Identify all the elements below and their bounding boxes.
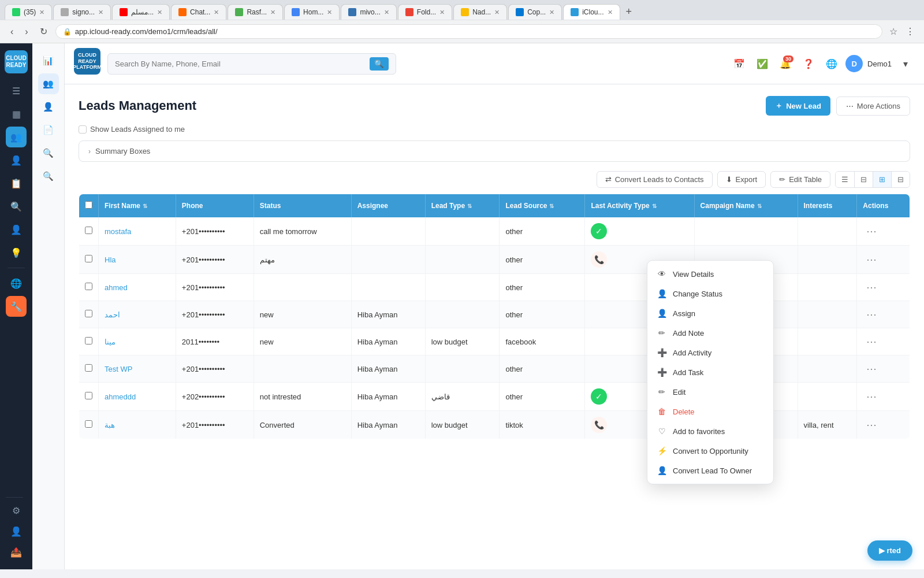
tab-mivo[interactable]: mivo... ✕ (341, 4, 396, 20)
show-assigned-checkbox[interactable] (79, 125, 87, 134)
tab-nada[interactable]: Nad... ✕ (453, 4, 507, 20)
tab-signo[interactable]: signo... ✕ (53, 4, 111, 20)
lead-name-link[interactable]: ahmed (105, 283, 128, 292)
forward-button[interactable]: › (21, 24, 31, 39)
sidebar-item-logout[interactable]: 📤 (6, 542, 27, 562)
language-icon[interactable]: 🌐 (822, 54, 841, 73)
tab-close-icon[interactable]: ✕ (384, 9, 389, 16)
row-actions-button[interactable]: ⋯ (863, 307, 880, 322)
th-lead-source[interactable]: Lead Source ⇅ (500, 194, 585, 218)
th-interests[interactable]: Interests (798, 194, 857, 218)
filter-view-button[interactable]: ⊟ (855, 172, 873, 187)
tab-close-icon[interactable]: ✕ (157, 9, 162, 16)
row-checkbox[interactable] (85, 283, 92, 290)
th-assignee[interactable]: Assignee (351, 194, 425, 218)
th-last-activity-type[interactable]: Last Activity Type ⇅ (585, 194, 694, 218)
lead-name-link[interactable]: Test WP (105, 365, 132, 373)
th-lead-type[interactable]: Lead Type ⇅ (425, 194, 500, 218)
tab-whatsapp[interactable]: (35) ✕ (5, 4, 52, 20)
select-all-checkbox[interactable] (85, 201, 92, 209)
th-phone[interactable]: Phone (176, 194, 254, 218)
row-checkbox[interactable] (85, 364, 92, 372)
new-tab-button[interactable]: + (621, 3, 637, 20)
ctx-assign[interactable]: 👤 Assign (647, 303, 773, 323)
show-assigned-label[interactable]: Show Leads Assigned to me (79, 125, 185, 134)
grid-view-button[interactable]: ⊞ (873, 172, 892, 187)
user-name[interactable]: Demo1 (867, 60, 892, 68)
lead-name-link[interactable]: احمد (105, 310, 120, 319)
sidebar-item-tasks[interactable]: 📋 (6, 173, 27, 194)
lead-name-link[interactable]: مينا (105, 338, 116, 346)
convert-leads-button[interactable]: ⇄ Convert Leads to Contacts (597, 171, 713, 188)
row-checkbox[interactable] (85, 227, 92, 234)
url-bar[interactable]: 🔒 app.icloud-ready.com/demo1/crm/leads/a… (55, 24, 882, 39)
tab-close-icon[interactable]: ✕ (327, 9, 332, 16)
sidebar-item-user[interactable]: 👤 (6, 521, 27, 542)
tab-close-icon[interactable]: ✕ (608, 9, 613, 16)
sec-icon-person[interactable]: 👤 (38, 97, 59, 117)
sidebar-item-lightbulb[interactable]: 💡 (6, 242, 27, 263)
ctx-add-note[interactable]: ✏ Add Note (647, 323, 773, 343)
lead-name-link[interactable]: ahmeddd (105, 392, 136, 401)
ctx-convert-opportunity[interactable]: ⚡ Convert to Opportunity (647, 441, 773, 461)
tab-close-icon[interactable]: ✕ (494, 9, 500, 16)
tab-home[interactable]: Hom... ✕ (284, 4, 340, 20)
tab-chat[interactable]: Chat... ✕ (171, 4, 226, 20)
th-first-name[interactable]: First Name ⇅ (99, 194, 176, 218)
summary-boxes-bar[interactable]: › Summary Boxes (79, 140, 910, 162)
tab-close-icon[interactable]: ✕ (439, 9, 445, 16)
th-campaign-name[interactable]: Campaign Name ⇅ (694, 194, 798, 218)
sidebar-item-leads[interactable]: 👤 (6, 150, 27, 171)
tab-folder[interactable]: Fold... ✕ (398, 4, 452, 20)
row-checkbox[interactable] (85, 420, 92, 428)
row-actions-button[interactable]: ⋯ (863, 224, 880, 239)
sidebar-item-settings[interactable]: ⚙ (6, 500, 27, 521)
row-checkbox[interactable] (85, 310, 92, 317)
row-actions-button[interactable]: ⋯ (863, 361, 880, 376)
tab-close-icon[interactable]: ✕ (549, 9, 554, 16)
search-input[interactable] (115, 60, 365, 68)
bookmark-icon[interactable]: ☆ (887, 24, 900, 39)
ctx-delete[interactable]: 🗑 Delete (647, 402, 773, 421)
th-status[interactable]: Status (254, 194, 351, 218)
sidebar-item-profile[interactable]: 👤 (6, 219, 27, 240)
checklist-icon[interactable]: ✅ (753, 54, 772, 73)
back-button[interactable]: ‹ (7, 24, 17, 39)
user-avatar[interactable]: D (845, 55, 863, 72)
sec-icon-contacts[interactable]: 👥 (38, 73, 59, 94)
row-checkbox[interactable] (85, 392, 92, 399)
calendar-icon[interactable]: 📅 (730, 54, 748, 73)
sec-icon-doc[interactable]: 📄 (38, 120, 59, 140)
tab-muslim[interactable]: مسلم... ✕ (112, 4, 170, 20)
row-checkbox[interactable] (85, 337, 92, 344)
sec-icon-magnify[interactable]: 🔍 (38, 143, 59, 164)
ctx-edit[interactable]: ✏ Edit (647, 382, 773, 402)
kanban-view-button[interactable]: ⊟ (892, 172, 910, 187)
tab-close-icon[interactable]: ✕ (270, 9, 275, 16)
export-button[interactable]: ⬇ Export (717, 171, 766, 188)
ctx-convert-owner[interactable]: 👤 Convert Lead To Owner (647, 461, 773, 480)
help-icon[interactable]: ❓ (799, 54, 818, 73)
user-chevron-icon[interactable]: ▾ (896, 54, 915, 73)
sec-icon-table[interactable]: 📊 (38, 50, 59, 71)
row-checkbox[interactable] (85, 255, 92, 262)
lead-name-link[interactable]: هبة (105, 421, 115, 429)
more-actions-button[interactable]: ⋯ More Actions (836, 97, 910, 116)
row-actions-button[interactable]: ⋯ (863, 280, 880, 295)
sidebar-item-dashboard[interactable]: ▦ (6, 103, 27, 124)
row-actions-button[interactable]: ⋯ (863, 334, 880, 349)
row-actions-button[interactable]: ⋯ (863, 389, 880, 404)
started-fab-button[interactable]: ▶ rted (867, 540, 912, 561)
tab-close-icon[interactable]: ✕ (39, 9, 44, 16)
new-lead-button[interactable]: ＋ New Lead (766, 96, 830, 116)
ctx-add-favorites[interactable]: ♡ Add to favorites (647, 421, 773, 441)
sec-icon-user-search[interactable]: 🔍 (38, 166, 59, 187)
sidebar-item-integration[interactable]: 🔧 (6, 296, 27, 317)
ctx-add-task[interactable]: ➕ Add Task (647, 362, 773, 382)
sidebar-item-contacts[interactable]: 👥 (6, 127, 27, 147)
tab-icloud[interactable]: iClou... ✕ (563, 4, 620, 20)
tab-close-icon[interactable]: ✕ (98, 9, 103, 16)
ctx-add-activity[interactable]: ➕ Add Activity (647, 343, 773, 362)
row-actions-button[interactable]: ⋯ (863, 252, 880, 267)
refresh-button[interactable]: ↻ (36, 24, 51, 39)
